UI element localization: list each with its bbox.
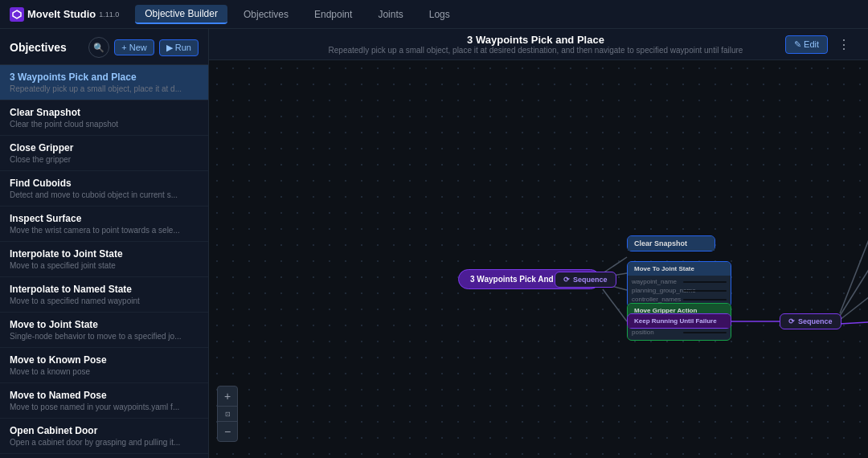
logo-icon — [10, 7, 24, 22]
sidebar-item-title-9: Move to Named Pose — [10, 390, 199, 401]
sidebar-item-title-2: Close Gripper — [10, 142, 199, 153]
sidebar-item-title-0: 3 Waypoints Pick and Place — [10, 72, 199, 83]
run-button[interactable]: ▶ Run — [159, 39, 199, 56]
zoom-fit-button[interactable]: ⊡ — [218, 407, 237, 421]
edit-button[interactable]: ✎ Edit — [785, 35, 828, 54]
sidebar-item-6[interactable]: Interpolate to Named State Move to a spe… — [0, 277, 208, 313]
flow-canvas[interactable]: 3 Waypoints Pick And Place ✕ ⟳ Sequence … — [209, 60, 868, 458]
sidebar-item-10[interactable]: Open Cabinet Door Open a cabinet door by… — [0, 419, 208, 454]
sidebar-item-4[interactable]: Inspect Surface Move the wrist camera to… — [0, 207, 208, 242]
sidebar-item-desc-10: Open a cabinet door by grasping and pull… — [10, 438, 199, 447]
sidebar-item-title-7: Move to Joint State — [10, 319, 199, 330]
more-button[interactable]: ⋮ — [833, 35, 855, 54]
sidebar-item-9[interactable]: Move to Named Pose Move to pose named in… — [0, 383, 208, 419]
sidebar-item-title-6: Interpolate to Named State — [10, 284, 199, 295]
canvas-title-area: 3 Waypoints Pick and Place Repeatedly pi… — [286, 34, 785, 55]
sidebar-item-0[interactable]: 3 Waypoints Pick and Place Repeatedly pi… — [0, 65, 208, 100]
nav-endpoint[interactable]: Endpoint — [305, 6, 362, 23]
main-content: Objectives 🔍 + New ▶ Run 3 Waypoints Pic… — [0, 29, 868, 458]
sidebar-item-desc-6: Move to a specified named waypoint — [10, 296, 199, 305]
sidebar-item-desc-1: Clear the point cloud snapshot — [10, 120, 199, 129]
sidebar-item-1[interactable]: Clear Snapshot Clear the point cloud sna… — [0, 100, 208, 136]
sidebar-item-title-4: Inspect Surface — [10, 213, 199, 224]
sidebar-item-desc-3: Detect and move to cuboid object in curr… — [10, 190, 199, 199]
nav-logs[interactable]: Logs — [420, 6, 460, 23]
sidebar-item-desc-8: Move to a known pose — [10, 367, 199, 376]
sidebar-item-desc-2: Close the gripper — [10, 155, 199, 164]
clear-snapshot-label: Clear Snapshot — [634, 239, 687, 247]
new-button[interactable]: + New — [114, 39, 154, 55]
zoom-controls: + ⊡ − — [217, 386, 238, 442]
clear-snapshot-node[interactable]: Clear Snapshot — [627, 235, 715, 251]
nav-objective-builder[interactable]: Objective Builder — [135, 5, 227, 24]
sidebar-item-2[interactable]: Close Gripper Close the gripper — [0, 136, 208, 171]
canvas-title: 3 Waypoints Pick and Place — [286, 34, 785, 46]
move-joint-small-label: Move To Joint State — [634, 265, 694, 272]
connections-svg — [209, 60, 868, 458]
move-joint-small-node[interactable]: Move To Joint State waypoint_name planni… — [627, 261, 731, 308]
sidebar-item-11[interactable]: Open Gripper Open the gripper — [0, 454, 208, 458]
sidebar: Objectives 🔍 + New ▶ Run 3 Waypoints Pic… — [0, 29, 209, 458]
sidebar-item-desc-4: Move the wrist camera to point towards a… — [10, 226, 199, 235]
sidebar-item-title-10: Open Cabinet Door — [10, 425, 199, 436]
sequence-icon-2: ⟳ — [788, 317, 795, 325]
top-nav: MoveIt Studio 1.11.0 Objective Builder O… — [0, 0, 868, 29]
sidebar-item-desc-9: Move to pose named in your waypoints.yam… — [10, 403, 199, 411]
canvas-toolbar: 3 Waypoints Pick and Place Repeatedly pi… — [209, 29, 868, 60]
sequence-label-2: Sequence — [798, 317, 833, 325]
sidebar-item-desc-7: Single-node behavior to move to a specif… — [10, 332, 199, 341]
sidebar-item-title-5: Interpolate to Joint State — [10, 248, 199, 260]
keep-running-label: Keep Running Until Failure — [634, 317, 717, 325]
nav-objectives[interactable]: Objectives — [234, 6, 298, 23]
zoom-out-button[interactable]: − — [218, 422, 237, 441]
app-version: 1.11.0 — [99, 10, 119, 18]
sidebar-item-title-8: Move to Known Pose — [10, 354, 199, 366]
sidebar-title: Objectives — [10, 41, 67, 54]
sidebar-item-title-1: Clear Snapshot — [10, 107, 199, 118]
keep-running-node[interactable]: Keep Running Until Failure — [627, 313, 731, 329]
sidebar-item-3[interactable]: Find Cuboids Detect and move to cuboid o… — [0, 171, 208, 207]
sidebar-item-desc-5: Move to a specified joint state — [10, 261, 199, 270]
sequence-node-2[interactable]: ⟳ Sequence — [780, 313, 841, 329]
canvas-subtitle: Repeatedly pick up a small object, place… — [286, 46, 785, 55]
sidebar-item-desc-0: Repeatedly pick up a small object, place… — [10, 84, 199, 93]
sidebar-item-7[interactable]: Move to Joint State Single-node behavior… — [0, 313, 208, 348]
sidebar-list: 3 Waypoints Pick and Place Repeatedly pi… — [0, 65, 208, 458]
sequence-node-1[interactable]: ⟳ Sequence — [555, 272, 616, 288]
sidebar-item-title-3: Find Cuboids — [10, 178, 199, 189]
sidebar-header: Objectives 🔍 + New ▶ Run — [0, 29, 208, 65]
search-button[interactable]: 🔍 — [88, 37, 109, 58]
zoom-in-button[interactable]: + — [218, 386, 237, 406]
sidebar-item-8[interactable]: Move to Known Pose Move to a known pose — [0, 348, 208, 383]
sidebar-actions: 🔍 + New ▶ Run — [88, 37, 199, 58]
app-name: MoveIt Studio — [27, 8, 96, 20]
sequence-label-1: Sequence — [573, 276, 608, 284]
canvas-area: 3 Waypoints Pick and Place Repeatedly pi… — [209, 29, 868, 458]
sequence-icon-1: ⟳ — [563, 276, 570, 284]
nav-joints[interactable]: Joints — [368, 6, 412, 23]
svg-marker-0 — [13, 10, 21, 18]
logo-area: MoveIt Studio 1.11.0 — [10, 7, 119, 22]
sidebar-item-5[interactable]: Interpolate to Joint State Move to a spe… — [0, 242, 208, 277]
